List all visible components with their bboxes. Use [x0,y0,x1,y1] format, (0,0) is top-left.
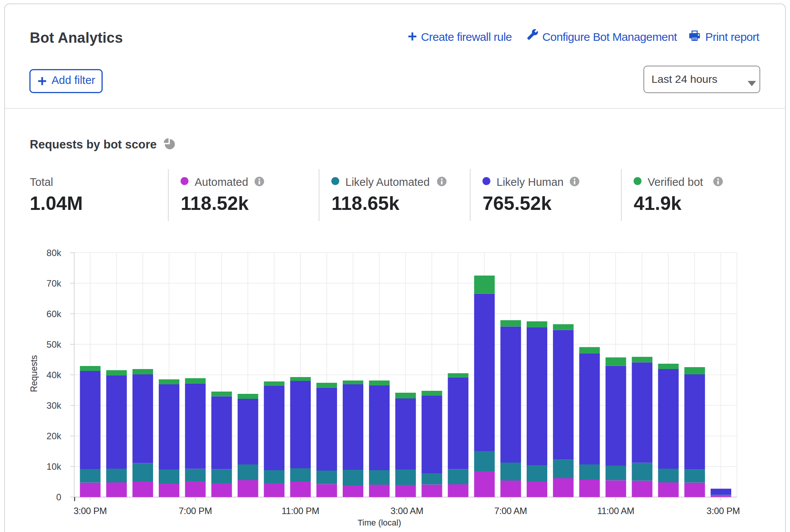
svg-text:80k: 80k [47,248,62,258]
svg-text:Requests: Requests [29,355,39,392]
svg-text:20k: 20k [47,431,62,441]
svg-text:70k: 70k [47,278,62,289]
svg-text:40k: 40k [47,370,62,380]
svg-text:50k: 50k [47,339,62,350]
svg-text:11:00 AM: 11:00 AM [597,506,634,516]
svg-text:0: 0 [56,492,61,502]
svg-text:3:00 PM: 3:00 PM [706,506,740,516]
svg-text:3:00 AM: 3:00 AM [390,506,423,516]
svg-text:Time (local): Time (local) [358,518,401,527]
svg-text:10k: 10k [47,461,62,472]
svg-text:7:00 PM: 7:00 PM [179,506,212,516]
svg-text:11:00 PM: 11:00 PM [282,506,319,516]
svg-text:60k: 60k [47,309,62,319]
svg-text:7:00 AM: 7:00 AM [494,506,527,516]
svg-text:30k: 30k [47,400,62,411]
svg-text:3:00 PM: 3:00 PM [74,506,107,516]
